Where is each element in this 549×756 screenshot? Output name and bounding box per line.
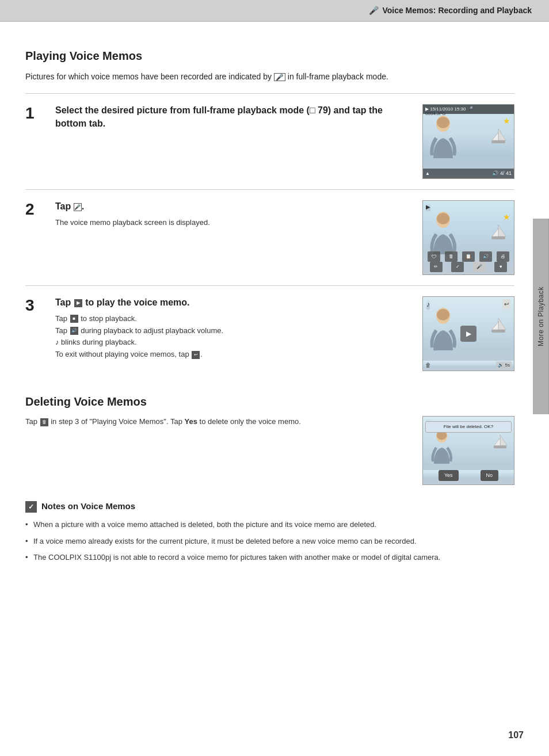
- step-2-image: ▶ ★ 🛡 🗑: [422, 200, 514, 275]
- svg-marker-7: [498, 225, 506, 236]
- side-tab: More on Playback: [533, 219, 549, 414]
- camera-screen-3: ♪ ↩ ▶ 🗑: [423, 297, 514, 371]
- notes-item-1: When a picture with a voice memo attache…: [25, 519, 514, 531]
- step-3-number: 3: [25, 297, 44, 314]
- svg-point-11: [437, 309, 449, 320]
- svg-marker-8: [492, 228, 498, 236]
- notes-icon: ✓: [25, 501, 37, 513]
- delete-dialog: File will be deleted. OK?: [425, 421, 512, 433]
- deleting-desc-area: Tap 🗑 in step 3 of "Playing Voice Memos"…: [25, 416, 411, 428]
- screen2-icon-protect: 🛡: [428, 251, 440, 262]
- volume-icon-inline: 🔊: [70, 327, 78, 335]
- svg-point-1: [437, 117, 449, 128]
- screen2-icon-sound: 🔊: [479, 251, 492, 262]
- return-icon-inline: ↩: [192, 351, 200, 359]
- step-3-title: Tap ▶ to play the voice memo.: [55, 296, 411, 309]
- person-illustration-4: [428, 429, 456, 464]
- notes-list: When a picture with a voice memo attache…: [25, 519, 514, 564]
- step-1-title: Select the desired picture from full-fra…: [55, 104, 411, 130]
- step-2-content: Tap 🎤. The voice memo playback screen is…: [55, 200, 411, 228]
- sailboat-2: [490, 224, 507, 241]
- person-illustration-3: [428, 307, 459, 350]
- svg-rect-4: [491, 140, 505, 143]
- sailboat-3: [490, 317, 507, 334]
- svg-point-6: [437, 213, 449, 224]
- svg-rect-19: [494, 446, 506, 449]
- step-1-content: Select the desired picture from full-fra…: [55, 104, 411, 133]
- svg-marker-13: [492, 322, 498, 330]
- notes-item-2: If a voice memo already exists for the c…: [25, 536, 514, 548]
- step-2-number: 2: [25, 201, 44, 217]
- screen3-timer: 🔊 5s: [496, 361, 512, 369]
- delete-btn-row: Yes No: [423, 470, 514, 482]
- mic-icon: 🎤: [369, 5, 379, 17]
- deleting-desc: Tap 🗑 in step 3 of "Playing Voice Memos"…: [25, 416, 411, 428]
- no-button[interactable]: No: [481, 470, 499, 482]
- screen2-play-icon: ▶: [426, 203, 430, 211]
- svg-marker-18: [494, 438, 500, 446]
- step-1-row: 1 Select the desired picture from full-f…: [25, 93, 514, 189]
- screen2-icon-fav: ♥: [494, 262, 507, 272]
- camera-screen-2: ▶ ★ 🛡 🗑: [423, 201, 514, 274]
- step-3-content: Tap ▶ to play the voice memo. Tap ■ to s…: [55, 296, 411, 361]
- step-3-desc: Tap ■ to stop playback. Tap 🔊 during pla…: [55, 313, 411, 361]
- page-number: 107: [508, 728, 524, 742]
- header-bar: 🎤 Voice Memos: Recording and Playback: [0, 0, 549, 22]
- main-content: Playing Voice Memos Pictures for which v…: [0, 22, 549, 586]
- stop-icon-inline: ■: [70, 315, 78, 323]
- step-1-number: 1: [25, 105, 44, 121]
- svg-marker-2: [498, 129, 506, 140]
- svg-marker-12: [498, 318, 506, 330]
- notes-title: Notes on Voice Memos: [41, 500, 135, 513]
- person-illustration-2: [428, 211, 459, 254]
- notes-section: ✓ Notes on Voice Memos When a picture wi…: [25, 500, 514, 564]
- screen2-icon-print: 🖨: [497, 251, 509, 262]
- screen3-trash-icon: 🗑: [425, 361, 431, 369]
- screen1-bottom-bar: ▲ 🔊 4/ 41: [423, 169, 514, 179]
- screen2-icon-copy: 📋: [462, 251, 475, 262]
- screen2-icon-mic: 🎤: [473, 262, 486, 272]
- svg-marker-17: [500, 435, 507, 446]
- notes-item-3: The COOLPIX S1100pj is not able to recor…: [25, 552, 514, 564]
- step-delete-image: ⏏: [422, 416, 514, 485]
- screen2-icon-edit: ✏: [430, 262, 443, 272]
- screen3-bottom-row: 🗑 🔊 5s: [423, 361, 514, 369]
- step-2-row: 2 Tap 🎤. The voice memo playback screen …: [25, 189, 514, 285]
- playing-heading: Playing Voice Memos: [25, 47, 514, 64]
- play-icon-inline: ▶: [74, 299, 82, 307]
- sailboat-1: [490, 128, 507, 145]
- sailboat-4: [492, 434, 508, 450]
- trash-icon-inline: 🗑: [40, 418, 48, 426]
- step-3-image: ♪ ↩ ▶ 🗑: [422, 296, 514, 371]
- screen3-return-icon: ↩: [502, 299, 510, 309]
- step-2-title: Tap 🎤.: [55, 200, 411, 213]
- star-mark-1: ★: [503, 115, 510, 127]
- playing-intro: Pictures for which voice memos have been…: [25, 70, 514, 83]
- star-mark-2: ★: [503, 211, 510, 223]
- deleting-heading: Deleting Voice Memos: [25, 393, 514, 410]
- deleting-section: Deleting Voice Memos Tap 🗑 in step 3 of …: [25, 393, 514, 485]
- screen2-icon-trash: 🗑: [445, 251, 458, 262]
- camera-screen-1: ▶ 15/11/2010 15:30 🎤 0004.JPG: [423, 105, 514, 178]
- step-3-row: 3 Tap ▶ to play the voice memo. Tap ■ to…: [25, 285, 514, 381]
- svg-rect-9: [491, 236, 505, 239]
- step-1-image: ▶ 15/11/2010 15:30 🎤 0004.JPG: [422, 104, 514, 179]
- notes-header: ✓ Notes on Voice Memos: [25, 500, 514, 513]
- person-illustration-1: [428, 115, 459, 158]
- step-2-desc: The voice memo playback screen is displa…: [55, 217, 411, 229]
- svg-marker-3: [492, 132, 498, 140]
- svg-rect-14: [491, 330, 505, 333]
- screen2-icon-check: ✓: [451, 262, 464, 272]
- yes-button[interactable]: Yes: [439, 470, 459, 482]
- header-title: Voice Memos: Recording and Playback: [382, 5, 532, 17]
- camera-screen-4: ⏏: [423, 417, 514, 484]
- screen3-play-button: ▶: [460, 326, 476, 342]
